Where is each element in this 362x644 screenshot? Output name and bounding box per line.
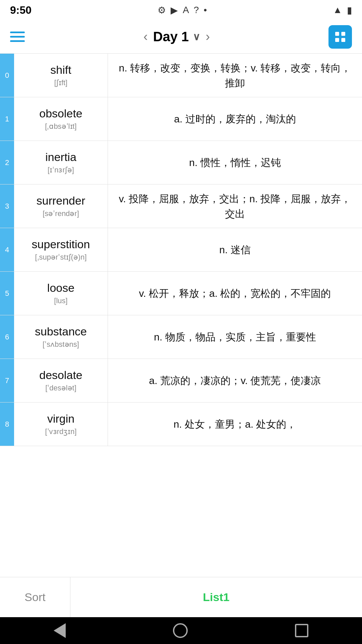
- word-english: loose: [47, 281, 74, 294]
- word-index: 2: [0, 141, 14, 184]
- prev-button[interactable]: ‹: [143, 30, 148, 44]
- sort-tab[interactable]: Sort: [0, 577, 70, 617]
- word-left: virgin[ˈvɜrdʒɪn]: [14, 402, 108, 446]
- word-english: desolate: [39, 369, 82, 382]
- play-icon: ▶: [171, 5, 178, 16]
- word-list: 0shift[ʃɪft]n. 转移，改变，变换，转换；v. 转移，改变，转向，推…: [0, 54, 362, 577]
- list1-tab[interactable]: List1: [70, 577, 362, 617]
- status-right: ▲ ▮: [333, 5, 352, 16]
- back-nav-button[interactable]: [54, 623, 66, 638]
- svg-rect-3: [341, 38, 345, 42]
- word-english: inertia: [45, 151, 76, 164]
- word-index: 5: [0, 272, 14, 315]
- font-icon: A: [183, 5, 189, 15]
- table-row[interactable]: 6substance[ˈsʌbstəns]n. 物质，物品，实质，主旨，重要性: [0, 315, 362, 359]
- word-definition: n. 物质，物品，实质，主旨，重要性: [108, 315, 362, 359]
- word-left: superstition[ˌsupərˈstɪʃ(ə)n]: [14, 228, 108, 271]
- table-row[interactable]: 0shift[ʃɪft]n. 转移，改变，变换，转换；v. 转移，改变，转向，推…: [0, 54, 362, 97]
- back-icon: [54, 623, 66, 638]
- word-definition: n. 处女，童男；a. 处女的，: [108, 402, 362, 446]
- table-row[interactable]: 5loose[lus]v. 松开，释放；a. 松的，宽松的，不牢固的: [0, 272, 362, 315]
- day-title-text: Day 1: [153, 29, 189, 44]
- grid-view-button[interactable]: [328, 25, 352, 49]
- word-phonetic: [ɪˈnɜrʃə]: [48, 166, 74, 174]
- word-index: 6: [0, 315, 14, 359]
- next-button[interactable]: ›: [205, 30, 210, 44]
- recents-icon: [295, 624, 308, 637]
- word-left: surrender[səˈrendər]: [14, 184, 108, 228]
- table-row[interactable]: 8virgin[ˈvɜrdʒɪn]n. 处女，童男；a. 处女的，: [0, 402, 362, 446]
- word-index: 0: [0, 54, 14, 97]
- word-phonetic: [səˈrendər]: [43, 209, 79, 218]
- word-phonetic: [ˈdesələt]: [45, 384, 76, 392]
- table-row[interactable]: 2inertia[ɪˈnɜrʃə]n. 惯性，惰性，迟钝: [0, 141, 362, 184]
- table-row[interactable]: 7desolate[ˈdesələt]a. 荒凉的，凄凉的；v. 使荒芜，使凄凉: [0, 359, 362, 402]
- android-nav-bar: [0, 617, 362, 644]
- word-phonetic: [ˈsʌbstəns]: [43, 340, 79, 349]
- home-icon: [173, 623, 188, 638]
- top-nav: ‹ Day 1 ∨ ›: [0, 20, 362, 54]
- word-phonetic: [lus]: [54, 297, 67, 305]
- word-left: substance[ˈsʌbstəns]: [14, 315, 108, 359]
- word-index: 4: [0, 228, 14, 271]
- word-definition: v. 投降，屈服，放弃，交出；n. 投降，屈服，放弃，交出: [108, 184, 362, 228]
- table-row[interactable]: 4superstition[ˌsupərˈstɪʃ(ə)n]n. 迷信: [0, 228, 362, 272]
- word-phonetic: [ʃɪft]: [54, 78, 67, 87]
- chevron-down-icon: ∨: [193, 31, 200, 43]
- status-icons: ⚙ ▶ A ? •: [158, 5, 207, 16]
- status-time: 9:50: [10, 4, 32, 16]
- word-english: surrender: [37, 194, 85, 207]
- word-phonetic: [ˈvɜrdʒɪn]: [45, 427, 76, 436]
- recents-nav-button[interactable]: [295, 624, 308, 637]
- svg-rect-1: [341, 32, 345, 36]
- wifi-icon: ?: [194, 5, 199, 15]
- nav-title-area: ‹ Day 1 ∨ ›: [143, 29, 210, 44]
- word-left: obsolete[ˌɑbsəˈlɪt]: [14, 97, 108, 141]
- word-index: 8: [0, 402, 14, 446]
- word-english: superstition: [32, 238, 90, 251]
- word-phonetic: [ˌsupərˈstɪʃ(ə)n]: [35, 253, 86, 262]
- word-definition: n. 迷信: [108, 228, 362, 271]
- bottom-tab-bar: Sort List1: [0, 577, 362, 617]
- word-definition: n. 惯性，惰性，迟钝: [108, 141, 362, 184]
- battery-icon: ▮: [347, 5, 352, 16]
- grid-icon: [334, 30, 347, 44]
- day-title[interactable]: Day 1 ∨: [153, 29, 200, 44]
- word-left: loose[lus]: [14, 272, 108, 315]
- settings-icon: ⚙: [158, 5, 166, 16]
- word-english: substance: [35, 325, 87, 338]
- status-bar: 9:50 ⚙ ▶ A ? • ▲ ▮: [0, 0, 362, 20]
- menu-button[interactable]: [10, 32, 25, 42]
- word-phonetic: [ˌɑbsəˈlɪt]: [45, 122, 76, 131]
- menu-line-2: [10, 36, 25, 38]
- word-index: 3: [0, 184, 14, 228]
- word-index: 7: [0, 359, 14, 402]
- word-left: shift[ʃɪft]: [14, 54, 108, 97]
- menu-line-3: [10, 40, 25, 42]
- word-left: inertia[ɪˈnɜrʃə]: [14, 141, 108, 184]
- word-left: desolate[ˈdesələt]: [14, 359, 108, 402]
- word-definition: n. 转移，改变，变换，转换；v. 转移，改变，转向，推卸: [108, 54, 362, 97]
- word-definition: a. 过时的，废弃的，淘汰的: [108, 97, 362, 141]
- word-english: virgin: [47, 412, 74, 425]
- word-definition: v. 松开，释放；a. 松的，宽松的，不牢固的: [108, 272, 362, 315]
- table-row[interactable]: 3surrender[səˈrendər]v. 投降，屈服，放弃，交出；n. 投…: [0, 184, 362, 228]
- word-english: obsolete: [39, 107, 82, 120]
- home-nav-button[interactable]: [173, 623, 188, 638]
- word-definition: a. 荒凉的，凄凉的；v. 使荒芜，使凄凉: [108, 359, 362, 402]
- svg-rect-2: [335, 38, 339, 42]
- word-english: shift: [50, 63, 71, 76]
- signal-icon: ▲: [333, 5, 342, 15]
- svg-rect-0: [335, 32, 339, 36]
- dot-icon: •: [203, 5, 207, 15]
- table-row[interactable]: 1obsolete[ˌɑbsəˈlɪt]a. 过时的，废弃的，淘汰的: [0, 97, 362, 141]
- menu-line-1: [10, 32, 25, 33]
- word-index: 1: [0, 97, 14, 141]
